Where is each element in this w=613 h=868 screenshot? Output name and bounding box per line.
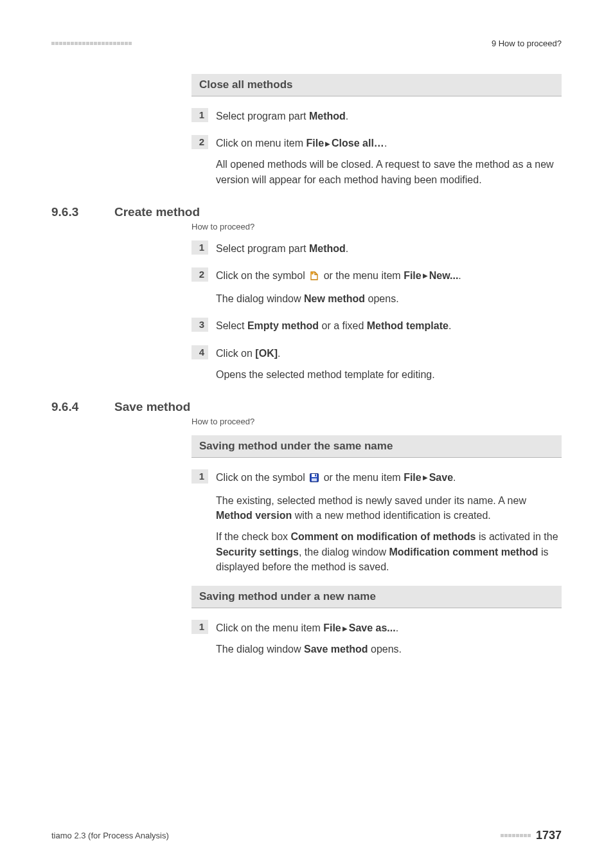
section-banner-close-all: Close all methods [191, 74, 562, 96]
svg-point-0 [311, 272, 314, 275]
step-text: Click on the symbol or the menu item Fil… [216, 469, 562, 574]
footer-left: tiamo 2.3 (for Process Analysis) [51, 831, 169, 840]
step-text: Click on the symbol or the menu item Fil… [216, 267, 461, 306]
close-all-step-1: 1 Select program part Method. [191, 108, 562, 123]
step-number: 2 [191, 135, 208, 149]
step-text: Select Empty method or a fixed Method te… [216, 318, 451, 333]
section-9-6-3: 9.6.3 Create method [51, 205, 562, 219]
create-step-3: 3 Select Empty method or a fixed Method … [191, 318, 562, 333]
howto-label: How to proceed? [191, 222, 562, 231]
new-file-icon [309, 270, 319, 285]
create-step-1: 1 Select program part Method. [191, 240, 562, 256]
section-banner-save-same: Saving method under the same name [191, 435, 562, 458]
create-step-4: 4 Click on [OK]. Opens the selected meth… [191, 345, 562, 382]
create-step-2: 2 Click on the symbol or the menu item F… [191, 267, 562, 306]
section-banner-save-new: Saving method under a new name [191, 586, 562, 608]
section-9-6-4: 9.6.4 Save method [51, 400, 562, 414]
section-number: 9.6.4 [51, 400, 95, 414]
section-title: Save method [114, 400, 190, 414]
page-number: 1737 [501, 829, 562, 842]
step-number: 3 [191, 318, 208, 332]
howto-label: How to proceed? [191, 417, 562, 426]
header-decor [51, 42, 132, 45]
step-number: 4 [191, 345, 208, 359]
save-same-step-1: 1 Click on the symbol or the menu item F… [191, 469, 562, 574]
page-footer: tiamo 2.3 (for Process Analysis) 1737 [51, 829, 562, 842]
svg-rect-4 [315, 474, 316, 476]
step-text: Click on menu item File▶Close all…. All … [216, 135, 562, 187]
footer-decor [501, 834, 531, 837]
step-text: Click on [OK]. Opens the selected method… [216, 345, 435, 382]
close-all-step-2: 2 Click on menu item File▶Close all…. Al… [191, 135, 562, 187]
section-number: 9.6.3 [51, 205, 95, 219]
step-text: Select program part Method. [216, 240, 348, 256]
save-new-step-1: 1 Click on the menu item File▶Save as...… [191, 620, 562, 656]
section-title: Create method [114, 205, 200, 219]
step-number: 2 [191, 267, 208, 282]
chapter-label: 9 How to proceed? [492, 39, 562, 48]
step-text: Select program part Method. [216, 108, 348, 123]
step-number: 1 [191, 108, 208, 122]
step-number: 1 [191, 240, 208, 255]
step-number: 1 [191, 620, 208, 634]
save-disk-icon [309, 472, 319, 487]
step-number: 1 [191, 469, 208, 484]
page-header: 9 How to proceed? [51, 39, 562, 48]
step-text: Click on the menu item File▶Save as.... … [216, 620, 402, 656]
svg-rect-3 [312, 478, 317, 482]
